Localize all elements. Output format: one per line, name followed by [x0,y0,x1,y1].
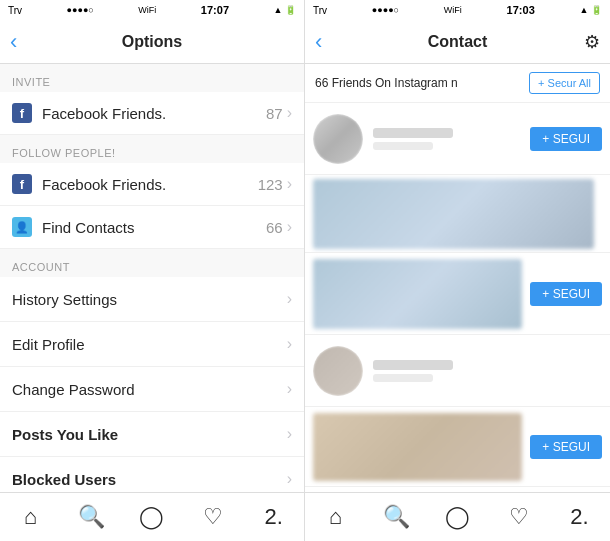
friends-count: 66 Friends On Instagram n [315,76,458,90]
blocked-users-chevron: › [287,470,292,488]
edit-profile-label: Edit Profile [12,336,287,353]
find-contacts[interactable]: 👤 Find Contacts 66 › [0,206,304,249]
left-nav-title: Options [122,33,182,51]
left-nav-profile[interactable]: 2. [243,493,304,541]
follow-button[interactable]: + SEGUI [530,127,602,151]
invite-fb-chevron: › [287,104,292,122]
contact-sub-2 [373,374,433,382]
edit-profile[interactable]: Edit Profile › [0,322,304,367]
posts-you-like[interactable]: Posts You Like › [0,412,304,457]
left-battery-icons: ▲ 🔋 [274,5,296,15]
right-search-icon: 🔍 [383,504,410,530]
right-nav-profile[interactable]: 2. [549,493,610,541]
right-time: 17:03 [507,4,535,16]
blocked-users[interactable]: Blocked Users › [0,457,304,492]
contacts-bar: 66 Friends On Instagram n + Secur All [305,64,610,103]
invite-section-header: INVITE [0,64,304,92]
left-nav-heart[interactable]: ♡ [182,493,243,541]
contact-banner-image-2 [313,259,522,329]
follow-fb-friends[interactable]: f Facebook Friends. 123 › [0,163,304,206]
facebook-friends-invite[interactable]: f Facebook Friends. 87 › [0,92,304,135]
secur-all-button[interactable]: + Secur All [529,72,600,94]
right-nav-title: Contact [428,33,488,51]
right-status-bar: Trv ●●●●○ WiFi 17:03 ▲ 🔋 [305,0,610,20]
follow-section-header: FOLLOW PEOPLE! [0,135,304,163]
right-nav-bar: ‹ Contact ⚙ [305,20,610,64]
change-password-label: Change Password [12,381,287,398]
avatar-image-2 [313,346,363,396]
right-battery-icons: ▲ 🔋 [580,5,602,15]
contact-item-wide-3: + SEGUI [305,407,610,487]
contact-name-2 [373,360,453,370]
history-settings[interactable]: History Settings › [0,277,304,322]
left-back-button[interactable]: ‹ [10,29,17,55]
left-wifi-icon: WiFi [138,5,156,15]
right-signal-icons: ●●●●○ [372,5,399,15]
left-time: 17:07 [201,4,229,16]
right-bottom-nav: ⌂ 🔍 ◯ ♡ 2. [305,492,610,541]
follow-fb-count: 123 [258,176,283,193]
contacts-list: + SEGUI + SEGUI + SEGUI [305,103,610,492]
home-icon: ⌂ [24,504,37,530]
left-status-bar: Trv ●●●●○ WiFi 17:07 ▲ 🔋 [0,0,304,20]
contact-info [373,128,530,150]
right-profile-icon: 2. [570,504,588,530]
posts-like-chevron: › [287,425,292,443]
left-nav-bar: ‹ Options [0,20,304,64]
account-section-header: ACCOUNT [0,249,304,277]
posts-you-like-label: Posts You Like [12,426,287,443]
avatar-2 [313,346,363,396]
find-contacts-label: Find Contacts [42,219,266,236]
contact-banner-image [313,179,594,249]
left-signal-icons: ●●●●○ [67,5,94,15]
left-panel: Trv ●●●●○ WiFi 17:07 ▲ 🔋 ‹ Options INVIT… [0,0,305,541]
contacts-icon: 👤 [12,217,32,237]
right-nav-camera[interactable]: ◯ [427,493,488,541]
contact-info-2 [373,360,602,382]
find-contacts-count: 66 [266,219,283,236]
find-contacts-chevron: › [287,218,292,236]
heart-icon: ♡ [203,504,223,530]
change-password[interactable]: Change Password › [0,367,304,412]
follow-fb-label: Facebook Friends. [42,176,258,193]
right-nav-search[interactable]: 🔍 [366,493,427,541]
right-wifi-icon: WiFi [444,5,462,15]
left-nav-search[interactable]: 🔍 [61,493,122,541]
right-back-button[interactable]: ‹ [315,29,322,55]
contact-name [373,128,453,138]
right-heart-icon: ♡ [509,504,529,530]
left-nav-camera[interactable]: ◯ [122,493,183,541]
invite-fb-count: 87 [266,105,283,122]
history-settings-label: History Settings [12,291,287,308]
change-password-chevron: › [287,380,292,398]
gear-icon[interactable]: ⚙ [584,31,600,53]
follow-fb-icon: f [12,174,32,194]
follow-fb-chevron: › [287,175,292,193]
right-home-icon: ⌂ [329,504,342,530]
profile-icon: 2. [264,504,282,530]
blocked-users-label: Blocked Users [12,471,287,488]
right-carrier: Trv [313,5,327,16]
right-camera-icon: ◯ [445,504,470,530]
right-nav-home[interactable]: ⌂ [305,493,366,541]
contact-item-wide-follow: + SEGUI [305,253,610,335]
contact-banner-image-3 [313,413,522,481]
right-panel: Trv ●●●●○ WiFi 17:03 ▲ 🔋 ‹ Contact ⚙ 66 … [305,0,610,541]
left-carrier: Trv [8,5,22,16]
contact-item-wide [305,175,610,253]
follow-button-3[interactable]: + SEGUI [530,435,602,459]
avatar-image [313,114,363,164]
camera-icon: ◯ [139,504,164,530]
search-icon: 🔍 [78,504,105,530]
left-nav-home[interactable]: ⌂ [0,493,61,541]
avatar [313,114,363,164]
edit-profile-chevron: › [287,335,292,353]
invite-fb-label: Facebook Friends. [42,105,266,122]
history-chevron: › [287,290,292,308]
left-bottom-nav: ⌂ 🔍 ◯ ♡ 2. [0,492,304,541]
contact-item-2 [305,335,610,407]
right-nav-heart[interactable]: ♡ [488,493,549,541]
follow-button-2[interactable]: + SEGUI [530,282,602,306]
contact-item: + SEGUI [305,103,610,175]
facebook-icon: f [12,103,32,123]
